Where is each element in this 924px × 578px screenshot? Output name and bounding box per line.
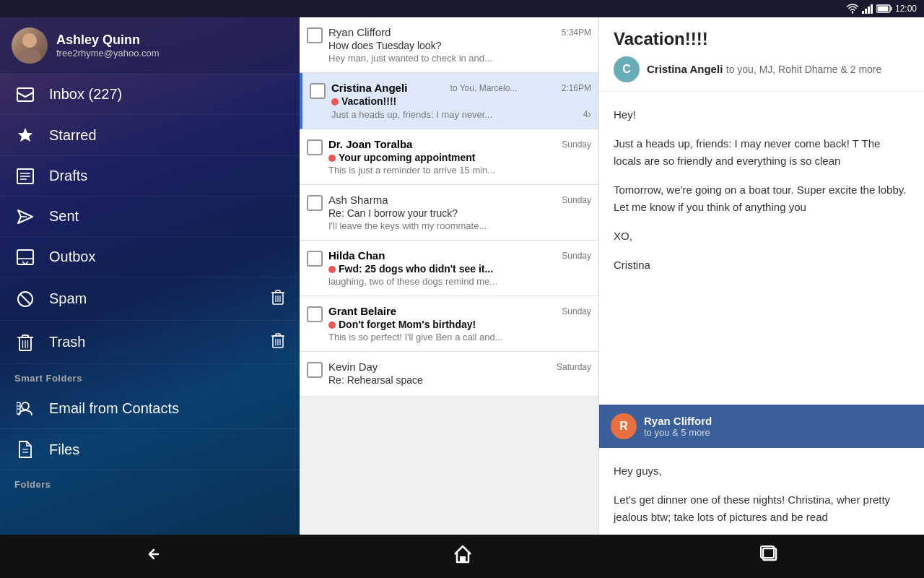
sidebar-item-spam[interactable]: Spam xyxy=(0,277,300,321)
email-time-6: Sunday xyxy=(562,306,591,316)
email-item-5[interactable]: Hilda Chan Sunday Fwd: 25 dogs who didn'… xyxy=(300,241,598,296)
email-checkbox-5[interactable] xyxy=(307,251,323,267)
email-checkbox-1[interactable] xyxy=(307,27,323,43)
email-preview-6: This is so perfect! I'll give Ben a call… xyxy=(328,332,591,342)
closing-1: XO, xyxy=(614,228,910,245)
email-item-7[interactable]: Kevin Day Saturday Re: Rehearsal space xyxy=(300,352,598,397)
svg-rect-10 xyxy=(17,88,33,101)
email-item-6[interactable]: Grant Belaire Sunday Don't forget Mom's … xyxy=(300,296,598,352)
trash-trash-icon[interactable] xyxy=(271,332,285,352)
email-time-4: Sunday xyxy=(562,195,591,205)
email-subject-1: How does Tuesday look? xyxy=(328,40,591,51)
thread-to-recipients: to you & 5 more xyxy=(644,427,712,438)
email-time-7: Saturday xyxy=(557,362,591,372)
body-text-1: Just a heads up, friends: I may never co… xyxy=(614,135,910,170)
user-name: Ashley Quinn xyxy=(56,33,160,48)
svg-rect-5 xyxy=(890,7,892,11)
spam-trash-icon[interactable] xyxy=(271,289,285,309)
email-body-2: Cristina Angeli to You, Marcelo... 2:16P… xyxy=(331,82,591,120)
email-from-contacts-label: Email from Contacts xyxy=(49,400,285,417)
email-sender-4: Ash Sharma xyxy=(328,194,388,206)
sidebar-item-starred[interactable]: Starred xyxy=(0,115,300,156)
email-item-3[interactable]: Dr. Joan Toralba Sunday Your upcoming ap… xyxy=(300,129,598,185)
inbox-label: Inbox (227) xyxy=(49,86,285,103)
spam-label: Spam xyxy=(49,290,271,307)
email-subject-7: Re: Rehearsal space xyxy=(328,374,591,386)
sent-label: Sent xyxy=(49,208,285,225)
svg-rect-3 xyxy=(871,4,873,14)
email-detail-meta: C Cristina Angeli to you, MJ, Rohit Dhar… xyxy=(614,56,910,82)
signal-icon xyxy=(862,4,873,14)
email-sender-3: Dr. Joan Toralba xyxy=(328,138,412,150)
email-item-2[interactable]: Cristina Angeli to You, Marcelo... 2:16P… xyxy=(300,73,598,129)
svg-rect-0 xyxy=(862,11,864,14)
drafts-icon xyxy=(14,168,36,184)
nav-items: Inbox (227) Starred xyxy=(0,74,300,552)
svg-rect-18 xyxy=(17,250,33,264)
status-bar: 12:00 xyxy=(0,0,924,17)
sidebar-item-drafts[interactable]: Drafts xyxy=(0,156,300,197)
contacts-icon xyxy=(14,400,36,417)
sidebar-item-sent[interactable]: Sent xyxy=(0,197,300,237)
svg-rect-52 xyxy=(460,556,466,562)
email-body-5: Hilda Chan Sunday Fwd: 25 dogs who didn'… xyxy=(328,249,591,287)
email-sender-1: Ryan Clifford xyxy=(328,26,391,38)
greeting-2: Hey guys, xyxy=(614,462,910,480)
signature-1: Cristina xyxy=(614,256,910,274)
email-checkbox-2[interactable] xyxy=(310,83,326,99)
drafts-label: Drafts xyxy=(49,168,285,184)
thread-separator: R Ryan Clifford to you & 5 more xyxy=(599,405,924,448)
email-checkbox-6[interactable] xyxy=(307,306,323,322)
email-body-1: Ryan Clifford 5:34PM How does Tuesday lo… xyxy=(328,26,591,64)
email-detail: Vacation!!!! C Cristina Angeli to you, M… xyxy=(599,17,924,552)
battery-icon xyxy=(876,4,892,13)
sent-icon xyxy=(14,209,36,225)
email-list: Ryan Clifford 5:34PM How does Tuesday lo… xyxy=(300,17,599,552)
outbox-icon xyxy=(14,249,36,265)
email-subject-3: Your upcoming appointment xyxy=(328,152,591,163)
sidebar-item-inbox[interactable]: Inbox (227) xyxy=(0,74,300,115)
spam-icon xyxy=(14,290,36,308)
home-button[interactable] xyxy=(438,538,487,574)
email-checkbox-4[interactable] xyxy=(307,195,323,211)
wifi-icon xyxy=(846,4,859,14)
star-icon xyxy=(14,126,36,144)
from-name: Cristina Angeli xyxy=(647,63,723,75)
sidebar-item-trash[interactable]: Trash xyxy=(0,321,300,364)
email-sender-2: Cristina Angeli xyxy=(331,82,407,94)
trash-label: Trash xyxy=(49,334,271,350)
status-icons: 12:00 xyxy=(846,4,917,14)
sidebar: Ashley Quinn free2rhyme@yahoo.com I xyxy=(0,17,300,552)
email-body-3: Dr. Joan Toralba Sunday Your upcoming ap… xyxy=(328,138,591,176)
svg-rect-1 xyxy=(865,9,867,14)
user-header[interactable]: Ashley Quinn free2rhyme@yahoo.com xyxy=(0,17,300,74)
avatar xyxy=(12,27,48,64)
trash-nav-icon xyxy=(14,334,36,351)
email-subject-6: Don't forget Mom's birthday! xyxy=(328,319,591,330)
clock: 12:00 xyxy=(895,4,917,14)
svg-line-21 xyxy=(20,294,30,304)
email-preview-3: This is just a reminder to arrive 15 min… xyxy=(328,165,591,176)
body-text-3: Let's get dinner one of these nights! Ch… xyxy=(614,491,910,526)
sidebar-item-email-from-contacts[interactable]: Email from Contacts xyxy=(0,388,300,429)
email-sender-5: Hilda Chan xyxy=(328,249,385,262)
email-checkbox-3[interactable] xyxy=(307,139,323,155)
email-time-2: 2:16PM xyxy=(562,83,591,93)
email-subject-2: Vacation!!!! xyxy=(331,95,591,107)
svg-point-8 xyxy=(18,49,41,64)
svg-point-9 xyxy=(22,33,37,48)
sidebar-item-outbox[interactable]: Outbox xyxy=(0,237,300,277)
email-sender-6: Grant Belaire xyxy=(328,305,396,317)
email-body-6: Grant Belaire Sunday Don't forget Mom's … xyxy=(328,305,591,342)
email-preview-1: Hey man, just wanted to check in and... xyxy=(328,53,591,64)
thread-from-name: Ryan Clifford xyxy=(644,415,712,427)
recent-apps-button[interactable] xyxy=(746,540,795,573)
email-item-4[interactable]: Ash Sharma Sunday Re: Can I borrow your … xyxy=(300,185,598,241)
sidebar-item-files[interactable]: Files xyxy=(0,429,300,470)
email-body-7: Kevin Day Saturday Re: Rehearsal space xyxy=(328,361,591,387)
email-checkbox-7[interactable] xyxy=(307,362,323,378)
email-sender-7: Kevin Day xyxy=(328,361,378,373)
email-item-1[interactable]: Ryan Clifford 5:34PM How does Tuesday lo… xyxy=(300,17,598,73)
svg-rect-47 xyxy=(17,402,20,414)
ryan-avatar: R xyxy=(611,413,637,439)
